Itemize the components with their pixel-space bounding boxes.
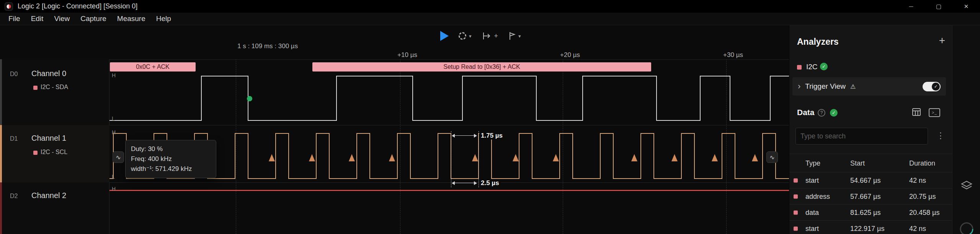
cell-type: start [805,224,819,232]
sda-trace [109,76,789,120]
minimize-button[interactable]: ─ [897,0,925,13]
measurement-cursor[interactable] [479,131,479,187]
maximize-button[interactable]: ▢ [925,0,952,13]
timeline-tick: +30 µs [723,51,743,59]
trigger-button[interactable]: ▾ [508,31,521,41]
plot-region: ▾ + ▾ 1 s : 109 ms : 300 µs +10 µs +20 µ… [0,25,789,234]
menu-help[interactable]: Help [151,15,176,23]
timeline-tick: +10 µs [397,51,417,59]
cell-type: start [805,176,819,184]
channel-color-strip [0,125,2,182]
trigger-flag-icon [508,31,516,41]
level-label-low: L [112,174,115,180]
menu-measure[interactable]: Measure [112,15,151,23]
menu-capture[interactable]: Capture [75,15,112,23]
analyzer-color-square [33,151,38,155]
app-logo-icon [5,2,13,11]
chevron-right-icon[interactable]: › [798,82,800,91]
channel-2-waveform[interactable] [109,182,789,234]
table-row[interactable]: start 54.667 µs 42 ns [789,172,952,188]
channel-analyzer-label: I2C - SCL [41,149,67,156]
channel-name: Channel 0 [31,69,66,78]
trigger-point-dot [247,96,252,101]
column-header-type: Type [805,159,820,167]
dots-menu-icon[interactable]: ⋮ [936,131,945,141]
channel-analyzer-label: I2C - SDA [41,84,68,91]
timeline-absolute-label: 1 s : 109 ms : 300 µs [237,42,298,50]
menu-file[interactable]: File [3,15,26,23]
measurement-value-period: 2.5 µs [479,179,501,187]
channel-0-label-cell[interactable]: D0 Channel 0 I2C - SDA [0,59,109,125]
table-row[interactable]: address 57.667 µs 20.75 µs [789,188,952,204]
close-button[interactable]: ✕ [952,0,980,13]
analyzer-color-square [797,65,802,70]
cell-type: data [805,208,819,216]
channel-label-column: D0 Channel 0 I2C - SDA D1 Channel 1 I2C … [0,59,109,234]
search-input[interactable] [795,128,928,145]
i2c-annotation-badge[interactable]: Setup Read to [0x36] + ACK [312,62,651,72]
channel-id: D0 [10,71,18,78]
analyzer-item-i2c[interactable]: I2C ✓ [789,60,952,74]
channel-color-strip [0,182,2,234]
channel-id: D1 [10,135,18,142]
start-capture-button[interactable] [440,31,449,41]
terminal-view-icon[interactable]: >_ [929,108,940,117]
device-icon[interactable] [959,222,974,234]
measurement-value-low-width: 1.75 µs [479,132,504,140]
cell-duration: 42 ns [909,224,926,232]
tooltip-freq: Freq: 400 kHz [131,154,211,164]
measurement-handle-icon[interactable]: ∿ [113,151,124,163]
analyzer-color-square [794,226,798,231]
trigger-view-row[interactable]: › Trigger View ⚠ ✓ [792,77,946,96]
cell-duration: 42 ns [909,176,926,184]
measurement-tooltip: Duty: 30 % Freq: 400 kHz width⁻¹: 571.42… [125,140,216,178]
measurement-cursor[interactable] [451,131,451,187]
table-row[interactable]: start 122.917 µs 42 ns [789,220,952,234]
sidebar-title: Analyzers [797,37,839,47]
analyzer-color-square [33,86,38,90]
logic2-window: Logic 2 [Logic - Connected] [Session 0] … [0,0,980,234]
chevron-down-icon: ▾ [469,33,472,39]
menu-edit[interactable]: Edit [26,15,49,23]
channel-name: Channel 2 [31,191,66,200]
check-icon: ✓ [820,63,828,70]
capture-mode-button[interactable]: ▾ [459,32,472,40]
analyzers-sidebar: Analyzers + I2C ✓ › Trigger View ⚠ ✓ Dat… [789,25,952,234]
titlebar: Logic 2 [Logic - Connected] [Session 0] … [0,0,980,13]
layers-icon[interactable] [960,180,973,191]
analyzer-color-square [794,210,798,214]
analyzer-color-square [794,178,798,182]
channel-2-label-cell[interactable]: D2 Channel 2 [0,182,109,234]
measurement-icon [482,31,492,41]
window-controls: ─ ▢ ✕ [897,0,980,13]
table-row[interactable]: data 81.625 µs 20.458 µs [789,204,952,220]
column-header-duration: Duration [909,159,935,167]
channel-1-label-cell[interactable]: D1 Channel 1 I2C - SCL [0,125,109,182]
channel-id: D2 [10,193,18,200]
measurement-handle-icon[interactable]: ∿ [766,151,778,163]
trigger-view-toggle[interactable]: ✓ [923,82,941,91]
level-label-high: H [112,186,116,192]
menubar: File Edit View Capture Measure Help [0,13,980,25]
warning-icon: ⚠ [850,83,856,90]
level-label-high: H [112,129,116,135]
cell-duration: 20.458 µs [909,208,939,216]
add-analyzer-button[interactable]: + [939,34,945,47]
i2c-annotation-badge[interactable]: 0x0C + ACK [110,62,196,72]
analyzer-color-square [794,194,798,198]
help-icon[interactable]: ? [818,109,825,117]
cell-start: 57.667 µs [850,192,880,200]
menu-view[interactable]: View [49,15,75,23]
channel-name: Channel 1 [31,134,66,143]
measurement-span-line [452,183,476,183]
plus-icon: + [494,32,498,40]
column-header-start: Start [850,159,865,167]
chevron-down-icon: ▾ [518,33,521,39]
channel-color-strip [0,59,2,125]
table-view-icon[interactable] [912,107,921,117]
check-icon: ✓ [830,109,838,117]
cell-duration: 20.75 µs [909,192,936,200]
add-measurement-button[interactable]: + [482,31,498,41]
window-title: Logic 2 [Logic - Connected] [Session 0] [18,2,137,10]
level-label-high: H [112,72,116,78]
